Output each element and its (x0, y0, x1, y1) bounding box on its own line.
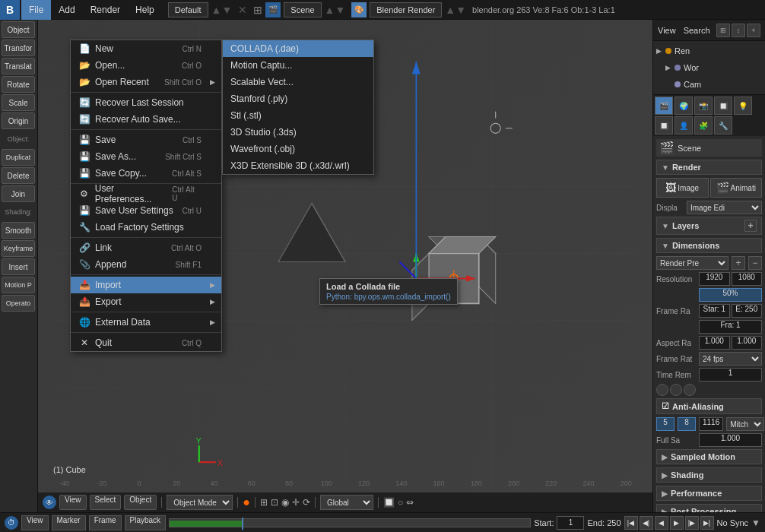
aa-val-2[interactable]: 8 (678, 417, 696, 431)
filter-icon[interactable]: ⊞ (716, 24, 730, 37)
render-menu-item[interactable]: Render (83, 0, 128, 20)
frame-start[interactable]: Star: 1 (699, 304, 730, 318)
res-pct[interactable]: 50% (699, 288, 762, 302)
import-collada[interactable]: COLLADA (.dae) (223, 40, 373, 57)
more-icon[interactable]: + (747, 24, 760, 37)
timeline-marker-btn[interactable]: Marker (52, 515, 86, 530)
icon-circle-1[interactable] (656, 384, 668, 396)
menu-user-prefs[interactable]: ⚙ User Preferences... Ctrl Alt U (71, 185, 221, 202)
manip-icon[interactable]: ⟳ (303, 497, 310, 508)
help-menu-item[interactable]: Help (128, 0, 162, 20)
step-back-btn[interactable]: ◀| (640, 516, 653, 530)
duplicate-btn[interactable]: Duplicat (2, 149, 35, 166)
transform-btn[interactable]: Transfor (2, 40, 35, 56)
menu-external[interactable]: 🌐 External Data (71, 314, 221, 331)
menu-save-as[interactable]: 💾 Save As... Shift Ctrl S (71, 148, 221, 165)
insert-btn[interactable]: Insert (2, 258, 35, 275)
prop-icon[interactable]: ○ (398, 497, 403, 508)
render-engine-selector[interactable]: Blender Render (370, 2, 442, 17)
tab-constraints[interactable]: 🔲 (714, 97, 732, 115)
smooth-btn[interactable]: Smooth (2, 222, 35, 239)
aspect-y[interactable]: 1.000 (732, 336, 763, 350)
aspect-x[interactable]: 1.000 (699, 336, 730, 350)
motion-btn[interactable]: Motion P (2, 277, 35, 293)
grid-icon[interactable]: ⊞ (260, 497, 268, 508)
post-processing-header[interactable]: ▶ Post Processing (656, 504, 762, 512)
menu-append[interactable]: 📎 Append Shift F1 (71, 256, 221, 273)
layers-add-btn[interactable]: + (744, 220, 757, 232)
ortho-icon[interactable]: ⊡ (271, 497, 278, 508)
sampled-motion-header[interactable]: ▶ Sampled Motion (656, 449, 762, 464)
image-render-btn[interactable]: 🖼 Image (656, 178, 709, 198)
tab-materials[interactable]: 🔲 (655, 116, 673, 135)
tab-world[interactable]: 🌍 (675, 97, 693, 115)
step-fwd-btn[interactable]: |▶ (685, 516, 699, 530)
keyframe-btn[interactable]: Keyframe (2, 240, 35, 257)
file-menu-item[interactable]: File (21, 0, 51, 20)
object-btn-bottom[interactable]: Object (124, 495, 157, 510)
import-x3d[interactable]: X3D Extensible 3D (.x3d/.wrl) (223, 157, 373, 174)
preset-add-btn[interactable]: + (732, 256, 745, 270)
mirror-icon[interactable]: ⇔ (406, 497, 414, 508)
axis-icon[interactable]: ✛ (292, 497, 300, 508)
menu-export[interactable]: 📤 Export (71, 293, 221, 310)
framerate-select[interactable]: 24 fps (699, 352, 762, 366)
res-y[interactable]: 1080 (732, 272, 763, 286)
animation-render-btn[interactable]: 🎬 Animati (710, 178, 763, 198)
jump-start-btn[interactable]: |◀ (624, 516, 638, 530)
timeline-view-btn[interactable]: View (21, 515, 49, 530)
view-label[interactable]: View (658, 26, 676, 35)
aa-val-1[interactable]: 5 (656, 417, 675, 431)
tab-particles[interactable]: 👤 (675, 116, 693, 135)
aa-section-header[interactable]: ☑ Anti-Aliasing (656, 398, 762, 414)
time-rem-val[interactable]: 1 (699, 368, 762, 382)
menu-save[interactable]: 💾 Save Ctrl S (71, 131, 221, 148)
menu-import[interactable]: 📥 Import (71, 277, 221, 293)
performance-section-header[interactable]: ▶ Performance (656, 486, 762, 501)
aa-val-3[interactable]: 1116 (699, 417, 723, 431)
delete-btn[interactable]: Delete (2, 167, 35, 184)
jump-end-btn[interactable]: ▶| (700, 516, 714, 530)
tab-scene[interactable]: 🔧 (714, 116, 732, 135)
preset-remove-btn[interactable]: − (748, 256, 762, 270)
menu-quit[interactable]: ✕ Quit Ctrl Q (71, 334, 221, 351)
menu-new[interactable]: 📄 New Ctrl N (71, 40, 221, 57)
viewport-3d[interactable]: X Y (1) Cube 👁 View Select Object (38, 20, 652, 512)
outliner-scene-item[interactable]: ▶ Ren (653, 43, 765, 59)
icon-circle-2[interactable] (670, 384, 682, 396)
shading-section-header[interactable]: ▶ Shading (656, 467, 762, 483)
import-stl[interactable]: Stl (.stl) (223, 107, 373, 124)
sort-icon[interactable]: ↕ (732, 24, 745, 37)
dimensions-section-header[interactable]: ▼ Dimensions (656, 238, 762, 253)
outliner-cam-item[interactable]: Cam (653, 76, 765, 93)
join-btn[interactable]: Join (2, 185, 35, 202)
menu-recover-auto[interactable]: 🔄 Recover Auto Save... (71, 111, 221, 128)
play-btn[interactable]: ▶ (670, 516, 684, 530)
import-motion[interactable]: Motion Captu... (223, 57, 373, 74)
layout-selector[interactable]: Default (168, 2, 208, 17)
menu-factory[interactable]: 🔧 Load Factory Settings (71, 219, 221, 236)
snap-icon[interactable]: 🔲 (383, 497, 395, 508)
menu-recover-last[interactable]: 🔄 Recover Last Session (71, 94, 221, 111)
scale-btn[interactable]: Scale (2, 94, 35, 111)
select-btn[interactable]: Select (90, 495, 122, 510)
search-label[interactable]: Search (684, 26, 710, 35)
tab-data[interactable]: 💡 (734, 97, 752, 115)
tab-render[interactable]: 🎬 (655, 97, 673, 115)
timeline-slider[interactable] (169, 518, 531, 527)
start-frame-input[interactable] (557, 516, 584, 530)
icon-circle-3[interactable] (684, 384, 696, 396)
import-3ds[interactable]: 3D Studio (.3ds) (223, 124, 373, 141)
import-svg[interactable]: Scalable Vect... (223, 74, 373, 90)
menu-link[interactable]: 🔗 Link Ctrl Alt O (71, 239, 221, 256)
full-sa-val[interactable]: 1.000 (699, 433, 762, 447)
frame-current[interactable]: Fra: 1 (699, 320, 762, 334)
layers-section-header[interactable]: ▼ Layers + (656, 217, 762, 235)
tab-physics[interactable]: 🧩 (694, 116, 713, 135)
operator-btn[interactable]: Operato (2, 295, 35, 312)
translate-btn[interactable]: Translat (2, 58, 35, 74)
persp-icon[interactable]: ◉ (281, 497, 289, 508)
object-mode-select[interactable]: Object Mode (167, 495, 233, 510)
render-section-header[interactable]: ▼ Render (656, 160, 762, 175)
add-menu-item[interactable]: Add (51, 0, 82, 20)
